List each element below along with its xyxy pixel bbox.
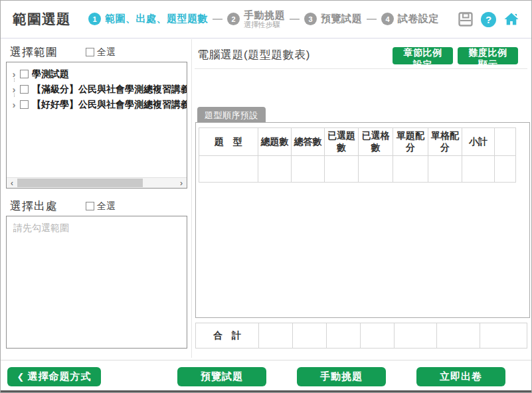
table-header-row: 題 型 總題數 總答數 已選題數 已選格數 單題配分 單格配分 小計 <box>199 128 516 156</box>
step-2-manual-pick[interactable]: 2 手動挑題 選擇性步驟 <box>227 9 285 29</box>
source-list-box: 請先勾選範圍 <box>6 216 187 349</box>
source-select-all-checkbox[interactable] <box>86 202 94 210</box>
col-selected-questions: 已選題數 <box>325 128 359 156</box>
step-connector <box>290 19 300 20</box>
header-icons: ? <box>458 11 519 27</box>
source-section-header: 選擇出處 全選 <box>10 198 116 214</box>
range-select-all-checkbox[interactable] <box>86 48 94 56</box>
step-4-label: 試卷設定 <box>398 13 439 25</box>
tree-item-full-score[interactable]: › 【滿級分】公民與社會學測總複習講義 買 <box>9 82 187 97</box>
scrollbar-track[interactable] <box>17 178 176 188</box>
tree-item-checkbox[interactable] <box>20 70 29 78</box>
source-select-all-label: 全選 <box>97 200 116 212</box>
save-icon[interactable] <box>458 11 474 27</box>
preview-questions-button[interactable]: 預覽試題 <box>177 367 266 386</box>
step-2-sublabel: 選擇性步驟 <box>244 21 285 29</box>
range-tree-box: › 學測試題 › 【滿級分】公民與社會學測總複習講義 買 › 【好好學】公民與社… <box>6 62 187 189</box>
col-points-per-cell: 單格配分 <box>428 128 462 156</box>
window-bottom-edge <box>1 390 531 392</box>
bottom-separator <box>1 360 531 360</box>
question-type-table: 題 型 總題數 總答數 已選題數 已選格數 單題配分 單格配分 小計 <box>199 127 516 183</box>
col-selected-cells: 已選格數 <box>359 128 393 156</box>
col-points-per-question: 單題配分 <box>393 128 428 156</box>
total-row-table: 合 計 <box>195 323 527 349</box>
difficulty-ratio-button[interactable]: 難度比例顯示 <box>458 47 518 64</box>
step-1-badge: 1 <box>88 13 101 25</box>
step-4-paper-settings[interactable]: 4 試卷設定 <box>381 13 439 25</box>
expand-chevron-icon[interactable]: › <box>9 99 19 110</box>
chapter-ratio-button[interactable]: 章節比例設定 <box>393 47 453 64</box>
step-3-label: 預覽試題 <box>321 13 362 25</box>
source-select-all[interactable]: 全選 <box>86 200 116 212</box>
generate-paper-button[interactable]: 立即出卷 <box>416 367 505 386</box>
manual-pick-button[interactable]: 手動挑題 <box>297 367 386 386</box>
app-window: 範圍選題 1 範圍、出處、題型題數 2 手動挑題 選擇性步驟 3 預覽試題 <box>0 0 532 393</box>
range-select-all-label: 全選 <box>97 46 116 58</box>
step-1-range[interactable]: 1 範圍、出處、題型題數 <box>88 13 208 25</box>
expand-chevron-icon[interactable]: › <box>9 84 19 95</box>
step-connector <box>213 19 222 20</box>
range-select-all[interactable]: 全選 <box>86 46 116 58</box>
range-section-header: 選擇範圍 全選 <box>10 44 116 60</box>
computer-selection-title: 電腦選題(題型題數表) <box>197 47 310 62</box>
range-tree: › 學測試題 › 【滿級分】公民與社會學測總複習講義 買 › 【好好學】公民與社… <box>7 62 187 112</box>
expand-chevron-icon[interactable]: › <box>9 68 19 80</box>
step-navigation: 1 範圍、出處、題型題數 2 手動挑題 選擇性步驟 3 預覽試題 4 試卷設定 <box>88 9 439 29</box>
page-title: 範圍選題 <box>13 10 71 29</box>
scroll-right-icon[interactable]: › <box>176 178 187 189</box>
chevron-left-icon: ❮ <box>17 372 25 382</box>
tree-item-checkbox[interactable] <box>20 100 29 109</box>
source-placeholder-text: 請先勾選範圍 <box>13 222 69 233</box>
home-icon[interactable] <box>503 11 519 27</box>
step-connector <box>367 19 377 20</box>
source-title: 選擇出處 <box>10 198 58 214</box>
step-3-badge: 3 <box>304 13 317 25</box>
help-icon[interactable]: ? <box>481 12 496 27</box>
step-1-label: 範圍、出處、題型題數 <box>105 13 208 25</box>
step-4-badge: 4 <box>381 13 394 25</box>
step-2-badge: 2 <box>227 13 240 25</box>
col-extra <box>495 128 516 156</box>
header: 範圍選題 1 範圍、出處、題型題數 2 手動挑題 選擇性步驟 3 預覽試題 <box>1 1 531 39</box>
scrollbar-thumb[interactable] <box>17 179 143 187</box>
horizontal-scrollbar: ‹ › <box>7 177 187 188</box>
col-question-type: 題 型 <box>199 128 258 156</box>
col-subtotal: 小計 <box>462 128 495 156</box>
right-panel-divider <box>195 68 527 69</box>
tree-item-checkbox[interactable] <box>20 85 29 94</box>
tree-item-study-well[interactable]: › 【好好學】公民與社會學測總複習講義 買 <box>9 97 187 112</box>
table-empty-row <box>199 156 516 183</box>
col-total-questions: 總題數 <box>258 128 292 156</box>
back-to-method-button[interactable]: ❮選擇命題方式 <box>7 367 101 386</box>
step-2-label: 手動挑題 <box>244 9 285 21</box>
total-label: 合 計 <box>196 323 259 349</box>
tree-item-exam-questions[interactable]: › 學測試題 <box>9 66 187 82</box>
question-type-table-container: 題 型 總題數 總答數 已選題數 已選格數 單題配分 單格配分 小計 <box>195 122 530 318</box>
column-divider <box>191 39 192 358</box>
scroll-left-icon[interactable]: ‹ <box>7 178 17 189</box>
step-3-preview[interactable]: 3 預覽試題 <box>304 13 362 25</box>
range-title: 選擇範圍 <box>10 44 58 60</box>
total-row: 合 計 <box>196 323 527 349</box>
col-total-answers: 總答數 <box>292 128 325 156</box>
